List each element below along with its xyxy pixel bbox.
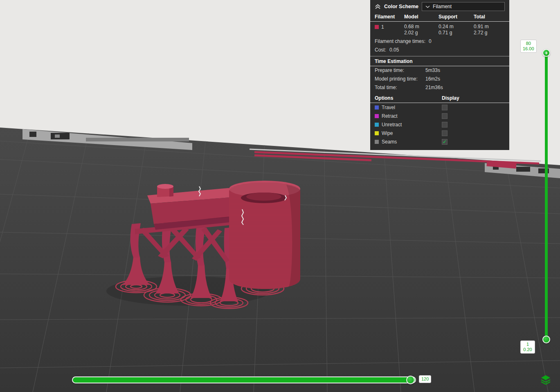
travel-color-swatch xyxy=(375,105,379,110)
option-row-travel: Travel xyxy=(370,103,509,112)
layers-icon[interactable] xyxy=(540,374,551,385)
option-row-seams: Seams ✓ xyxy=(370,137,509,146)
travel-checkbox[interactable] xyxy=(442,105,448,110)
col-total: Total xyxy=(474,14,505,20)
col-model: Model xyxy=(404,14,439,20)
option-row-wipe: Wipe xyxy=(370,129,509,137)
seams-color-swatch xyxy=(375,140,379,144)
col-support: Support xyxy=(439,14,474,20)
layer-slider-top-handle[interactable]: + xyxy=(542,49,550,57)
layer-slider-track[interactable] xyxy=(545,51,548,342)
color-scheme-dropdown[interactable]: Filament xyxy=(422,2,505,11)
layer-slider-bottom-handle[interactable] xyxy=(542,336,550,343)
seams-checkbox[interactable]: ✓ xyxy=(442,139,448,145)
layer-slider-top-badge: 80 16.00 xyxy=(520,40,537,53)
retract-checkbox[interactable] xyxy=(442,113,448,119)
chevron-down-icon xyxy=(425,5,430,8)
time-estimation-title: Time Estimation xyxy=(370,56,509,66)
unretract-color-swatch xyxy=(375,123,379,127)
layer-slider-bottom-badge: 1 0.20 xyxy=(520,340,535,354)
total-time-row: Total time: 21m36s xyxy=(370,83,509,92)
collapse-icon[interactable] xyxy=(375,4,381,9)
support-usage: 0.24 m 0.71 g xyxy=(439,24,474,36)
filament-table-row: 1 0.68 m 2.02 g 0.24 m 0.71 g 0.91 m 2.7… xyxy=(370,22,509,37)
wipe-checkbox[interactable] xyxy=(442,130,448,136)
step-slider-badge: 120 xyxy=(419,375,431,383)
model-main-body xyxy=(229,181,300,289)
prepare-time-row: Prepare time: 5m33s xyxy=(370,66,509,75)
col-filament: Filament xyxy=(375,14,404,20)
option-row-unretract: Unretract xyxy=(370,120,509,129)
print-stats-panel: Color Scheme Filament Filament Model Sup… xyxy=(370,0,509,150)
retract-color-swatch xyxy=(375,114,379,118)
filament-change-row: Filament change times: 0 xyxy=(370,37,509,46)
filament-swatch xyxy=(375,25,379,29)
total-usage: 0.91 m 2.72 g xyxy=(474,24,505,36)
model-usage: 0.68 m 2.02 g xyxy=(404,24,439,36)
color-scheme-title: Color Scheme xyxy=(384,4,418,9)
model-cylinder-boss xyxy=(157,184,173,197)
filament-table-header: Filament Model Support Total xyxy=(370,12,509,22)
option-row-retract: Retract xyxy=(370,112,509,120)
slicer-preview-window: Color Scheme Filament Filament Model Sup… xyxy=(0,0,560,392)
unretract-checkbox[interactable] xyxy=(442,122,448,128)
filament-cell: 1 xyxy=(375,24,404,36)
panel-header: Color Scheme Filament xyxy=(370,0,509,12)
step-slider-handle[interactable] xyxy=(406,376,415,384)
cost-row: Cost: 0.05 xyxy=(370,46,509,54)
options-header: Options Display xyxy=(370,93,509,103)
wipe-color-swatch xyxy=(375,131,379,135)
model-printing-time-row: Model printing time: 16m2s xyxy=(370,75,509,83)
step-slider-track[interactable] xyxy=(72,376,416,383)
layer-slider-plus-icon: + xyxy=(545,50,548,56)
color-scheme-value: Filament xyxy=(433,4,452,9)
filament-id: 1 xyxy=(381,24,384,30)
